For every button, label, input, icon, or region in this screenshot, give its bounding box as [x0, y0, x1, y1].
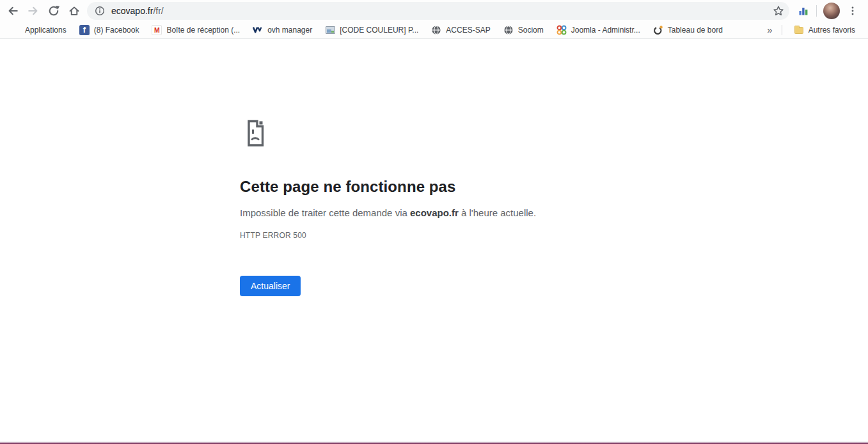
gmail-icon: M [152, 25, 162, 35]
bookmark-label: Boîte de réception (... [166, 26, 240, 35]
reload-icon [48, 5, 59, 17]
bookmark-label: (8) Facebook [94, 26, 139, 35]
error-container: Cette page ne fonctionne pas Impossible … [240, 118, 636, 296]
bookmark-label: ovh manager [267, 26, 312, 35]
profile-avatar[interactable] [823, 3, 840, 19]
bookmark-label: ACCES-SAP [446, 26, 490, 35]
forward-icon [28, 5, 39, 17]
error-title: Cette page ne fonctionne pas [240, 178, 636, 196]
bookmark-gmail-inbox[interactable]: M Boîte de réception (... [145, 23, 246, 37]
back-icon [7, 5, 19, 17]
error-message: Impossible de traiter cette demande via … [240, 207, 636, 219]
error-code: HTTP ERROR 500 [240, 231, 636, 240]
bookmark-label: Joomla - Administr... [571, 26, 640, 35]
error-message-suffix: à l'heure actuelle. [459, 207, 536, 218]
apps-grid-icon [10, 25, 20, 35]
folder-icon [794, 25, 804, 35]
joomla-icon [556, 25, 567, 35]
error-message-prefix: Impossible de traiter cette demande via [240, 207, 410, 218]
other-bookmarks-folder[interactable]: Autres favoris [787, 23, 862, 37]
ovh-icon [253, 25, 263, 35]
sad-file-icon [240, 139, 271, 150]
back-button[interactable] [3, 1, 23, 21]
url-text[interactable]: ecovapo.fr/fr/ [111, 6, 773, 16]
browser-window: ecovapo.fr/fr/ [0, 0, 868, 441]
image-icon [325, 25, 335, 35]
taskbar-edge [0, 441, 868, 444]
bookmark-facebook[interactable]: f (8) Facebook [73, 23, 146, 37]
url-path: /fr/ [153, 6, 163, 16]
bookmark-joomla-admin[interactable]: Joomla - Administr... [550, 23, 647, 37]
menu-button[interactable] [842, 1, 863, 21]
facebook-icon: f [79, 25, 90, 35]
actualiser-button[interactable]: Actualiser [240, 276, 301, 296]
bookmark-acces-sap[interactable]: ACCES-SAP [425, 23, 496, 37]
analytics-extension-icon[interactable] [794, 2, 812, 20]
three-dot-menu-icon [848, 6, 858, 16]
bookmark-label: Sociom [518, 26, 544, 35]
dashboard-icon [653, 25, 663, 35]
bookmark-star-icon[interactable] [773, 5, 784, 17]
forward-button[interactable] [23, 1, 43, 21]
bookmarks-bar: Applications f (8) Facebook M Boîte de r… [0, 21, 868, 39]
reload-button[interactable] [43, 1, 64, 21]
error-page: Cette page ne fonctionne pas Impossible … [0, 39, 868, 441]
bookmarks-separator [782, 25, 782, 35]
globe-icon [503, 25, 514, 35]
browser-toolbar: ecovapo.fr/fr/ [0, 0, 868, 21]
error-message-host: ecovapo.fr [410, 207, 459, 218]
bookmark-code-couleur[interactable]: [CODE COULEUR] P... [319, 23, 425, 37]
home-button[interactable] [64, 1, 84, 21]
bookmark-ovh-manager[interactable]: ovh manager [246, 23, 319, 37]
address-bar[interactable]: ecovapo.fr/fr/ [87, 2, 789, 20]
bookmark-applications[interactable]: Applications [4, 23, 73, 37]
bookmark-tableau-de-bord[interactable]: Tableau de bord [647, 23, 729, 37]
other-bookmarks-label: Autres favoris [809, 26, 855, 35]
toolbar-separator [816, 5, 817, 17]
bookmark-label: [CODE COULEUR] P... [340, 26, 418, 35]
bookmarks-overflow-chevron[interactable]: » [763, 24, 776, 35]
home-icon [68, 5, 80, 17]
bookmark-sociom[interactable]: Sociom [497, 23, 550, 37]
bookmark-label: Applications [25, 26, 67, 35]
page-info-icon[interactable] [95, 6, 105, 16]
url-host: ecovapo.fr [111, 6, 153, 16]
globe-icon [431, 25, 441, 35]
bookmark-label: Tableau de bord [668, 26, 723, 35]
